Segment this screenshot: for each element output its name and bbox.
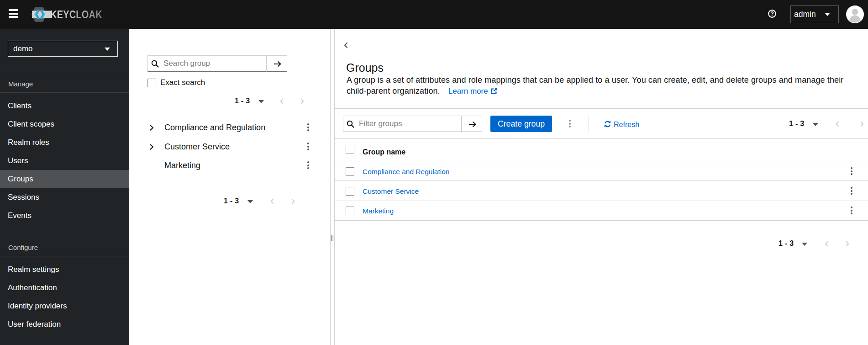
svg-text:?: ? — [770, 11, 774, 17]
